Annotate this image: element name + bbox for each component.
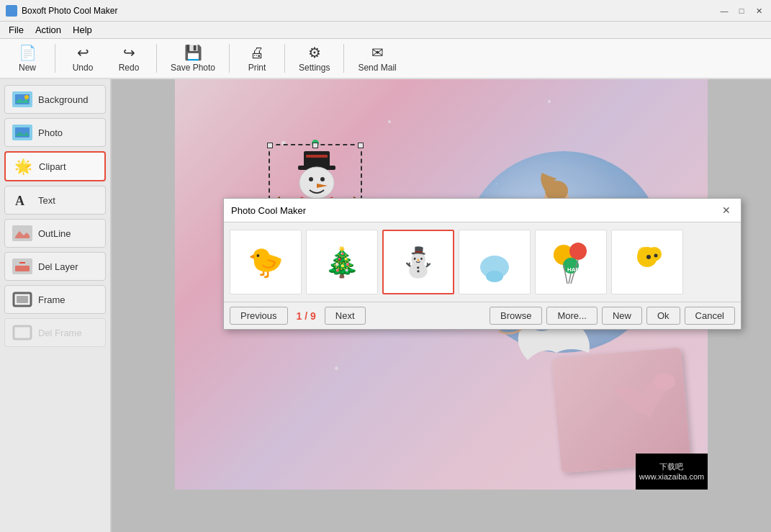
print-button[interactable]: 🖨 Print <box>235 41 279 76</box>
frame-icon <box>12 292 32 307</box>
svg-rect-11 <box>17 296 28 303</box>
clipart-item-chick-cloud[interactable] <box>611 230 683 294</box>
page-current: 1 <box>297 310 302 322</box>
outline-label: OutLine <box>38 228 71 239</box>
canvas-area: 下载吧www.xiazaiba.com Photo Cool Maker ✕ 🐤… <box>112 79 771 532</box>
print-button-label: Print <box>248 63 266 73</box>
del-layer-label: Del Layer <box>38 261 78 272</box>
dialog-title-text: Photo Cool Maker <box>231 205 306 216</box>
title-bar: Boxoft Photo Cool Maker — □ ✕ <box>0 0 771 22</box>
next-button[interactable]: Next <box>325 307 366 325</box>
svg-text:A: A <box>15 194 24 208</box>
redo-button-label: Redo <box>119 63 140 73</box>
ok-button[interactable]: Ok <box>646 307 680 325</box>
del-layer-icon <box>12 258 32 274</box>
send-mail-button-label: Send Mail <box>358 63 396 73</box>
svg-point-31 <box>569 243 587 260</box>
app-icon <box>6 5 17 17</box>
sidebar-item-del-layer[interactable]: Del Layer <box>4 252 106 281</box>
new-button[interactable]: 📄 New <box>6 41 49 76</box>
sidebar-item-outline[interactable]: OutLine <box>4 219 106 248</box>
maximize-button[interactable]: □ <box>734 3 749 19</box>
svg-point-2 <box>24 95 29 99</box>
email-icon: ✉ <box>371 44 384 61</box>
dialog-footer: Previous 1 / 9 Next Browse More... New O… <box>224 302 741 329</box>
sidebar-item-frame[interactable]: Frame <box>4 285 106 314</box>
undo-button-label: Undo <box>73 63 94 73</box>
dialog-overlay: Photo Cool Maker ✕ 🐤 🎄 ⛄ <box>112 79 771 532</box>
svg-point-39 <box>647 247 662 261</box>
settings-icon: ⚙ <box>308 44 321 61</box>
cancel-button[interactable]: Cancel <box>685 307 735 325</box>
window-controls: — □ ✕ <box>716 3 767 19</box>
del-frame-label: Del Frame <box>38 328 82 338</box>
sidebar-item-background[interactable]: Background <box>4 85 106 114</box>
page-total: 9 <box>310 310 316 322</box>
toolbar-sep-5 <box>343 44 344 73</box>
page-separator: / <box>305 310 307 322</box>
sidebar: Background Photo 🌟 Clipart A Text OutLin… <box>0 79 112 532</box>
clipart-item-chicken[interactable]: 🐤 <box>230 230 302 294</box>
svg-point-42 <box>654 254 658 258</box>
sidebar-item-text[interactable]: A Text <box>4 186 106 215</box>
frame-label: Frame <box>38 294 66 305</box>
redo-button[interactable]: ↪ Redo <box>107 41 150 76</box>
save-icon: 💾 <box>184 44 202 61</box>
previous-button[interactable]: Previous <box>230 307 288 325</box>
svg-text:HAPPY: HAPPY <box>567 266 587 273</box>
main-area: Background Photo 🌟 Clipart A Text OutLin… <box>0 79 771 532</box>
browse-button[interactable]: Browse <box>490 307 542 325</box>
photo-icon <box>12 125 32 140</box>
sidebar-item-photo[interactable]: Photo <box>4 118 106 147</box>
more-button[interactable]: More... <box>546 307 597 325</box>
close-button[interactable]: ✕ <box>751 3 767 19</box>
send-mail-button[interactable]: ✉ Send Mail <box>350 41 404 76</box>
menu-file[interactable]: File <box>3 23 30 37</box>
background-icon <box>12 91 32 107</box>
new-button-label: New <box>19 63 36 73</box>
undo-icon: ↩ <box>77 44 89 61</box>
photo-label: Photo <box>38 127 63 138</box>
clipart-item-snowman[interactable]: ⛄ <box>382 230 454 294</box>
save-photo-button[interactable]: 💾 Save Photo <box>163 41 223 76</box>
minimize-button[interactable]: — <box>716 3 732 19</box>
settings-button[interactable]: ⚙ Settings <box>291 41 338 76</box>
settings-button-label: Settings <box>299 63 330 73</box>
menu-bar: File Action Help <box>0 22 771 39</box>
text-label: Text <box>38 195 55 206</box>
dialog-content: 🐤 🎄 ⛄ <box>224 222 741 302</box>
app-title: Boxoft Photo Cool Maker <box>22 6 765 16</box>
page-indicator: 1 / 9 <box>297 310 316 322</box>
toolbar-sep-1 <box>55 44 55 73</box>
clipart-item-fish-girl[interactable] <box>459 230 531 294</box>
svg-rect-6 <box>12 225 32 241</box>
undo-button[interactable]: ↩ Undo <box>61 41 104 76</box>
background-label: Background <box>38 94 88 105</box>
toolbar-sep-3 <box>229 44 230 73</box>
new-clipart-button[interactable]: New <box>602 307 642 325</box>
clipart-item-christmas-tree[interactable]: 🎄 <box>306 230 378 294</box>
svg-point-41 <box>646 255 651 259</box>
menu-action[interactable]: Action <box>30 23 67 37</box>
redo-icon: ↪ <box>123 44 135 61</box>
menu-help[interactable]: Help <box>67 23 98 37</box>
save-photo-button-label: Save Photo <box>171 63 215 73</box>
new-document-icon: 📄 <box>19 44 37 61</box>
text-icon: A <box>12 192 32 208</box>
clipart-icon: 🌟 <box>13 158 33 174</box>
print-icon: 🖨 <box>250 45 264 61</box>
svg-point-29 <box>486 271 503 282</box>
clipart-label: Clipart <box>39 161 66 172</box>
svg-rect-12 <box>14 326 31 339</box>
sidebar-item-del-frame[interactable]: Del Frame <box>4 318 106 347</box>
clipart-item-balloons[interactable]: HAPPY <box>535 230 607 294</box>
sidebar-item-clipart[interactable]: 🌟 Clipart <box>4 151 106 181</box>
clipart-dialog: Photo Cool Maker ✕ 🐤 🎄 ⛄ <box>223 198 741 330</box>
toolbar-sep-2 <box>156 44 157 73</box>
svg-rect-8 <box>15 266 30 271</box>
del-frame-icon <box>12 325 32 341</box>
toolbar-sep-4 <box>284 44 285 73</box>
outline-icon <box>12 225 32 241</box>
dialog-close-button[interactable]: ✕ <box>719 203 734 217</box>
toolbar: 📄 New ↩ Undo ↪ Redo 💾 Save Photo 🖨 Print… <box>0 39 771 79</box>
